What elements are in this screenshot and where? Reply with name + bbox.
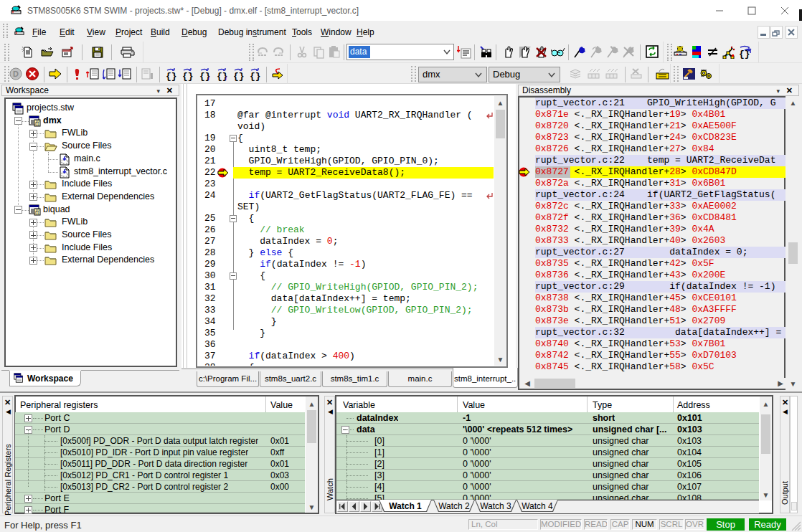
svg-text:{}: {} [182, 71, 194, 82]
svg-text:{}: {} [166, 71, 177, 82]
svg-text:01: 01 [35, 211, 39, 215]
svg-text:{}: {} [233, 71, 245, 82]
svg-text:{}: {} [250, 71, 261, 82]
svg-text:D: D [13, 70, 19, 78]
svg-text:i: i [225, 75, 227, 82]
svg-text:01: 01 [35, 122, 39, 126]
svg-text:i: i [208, 75, 209, 82]
